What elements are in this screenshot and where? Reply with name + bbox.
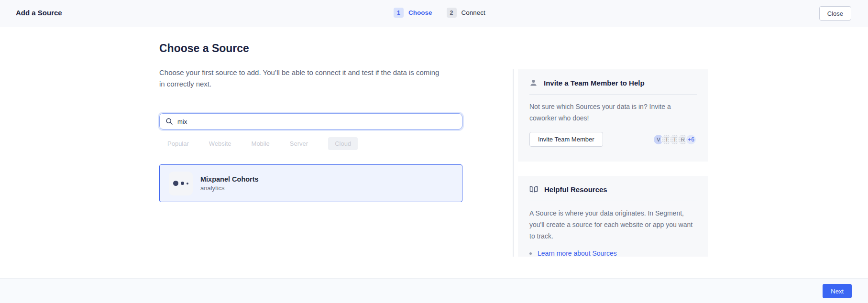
step-number-badge: 2 <box>447 8 457 18</box>
top-bar: Add a Source 1 Choose 2 Connect Close <box>0 0 868 27</box>
person-icon <box>529 79 538 87</box>
step-choose[interactable]: 1 Choose <box>394 8 432 18</box>
learn-more-sources-link[interactable]: Learn more about Sources <box>538 249 617 257</box>
step-connect[interactable]: 2 Connect <box>447 8 485 18</box>
resources-card-title: Helpful Resources <box>544 185 607 194</box>
step-label: Connect <box>461 9 485 16</box>
category-tabs: Popular Website Mobile Server Cloud <box>167 137 358 150</box>
page-title: Add a Source <box>16 9 62 17</box>
search-input[interactable] <box>177 118 456 125</box>
source-result-mixpanel-cohorts[interactable]: Mixpanel Cohorts analytics <box>159 164 462 202</box>
tab-website[interactable]: Website <box>209 140 231 147</box>
source-category: analytics <box>200 184 259 192</box>
avatar-overflow-count: +6 <box>685 134 697 145</box>
mixpanel-logo-icon <box>169 172 193 195</box>
tab-popular[interactable]: Popular <box>167 140 189 147</box>
sidebar-divider <box>513 69 514 257</box>
invite-card-body: Not sure which Sources your data is in? … <box>529 101 697 124</box>
tab-mobile[interactable]: Mobile <box>252 140 270 147</box>
divider <box>529 201 697 201</box>
invite-team-member-button[interactable]: Invite Team Member <box>529 132 603 147</box>
invite-team-member-card: Invite a Team Member to Help Not sure wh… <box>518 69 708 162</box>
source-name: Mixpanel Cohorts <box>200 175 259 183</box>
open-book-icon <box>529 185 538 193</box>
next-button[interactable]: Next <box>823 284 852 298</box>
stepper: 1 Choose 2 Connect <box>394 8 485 18</box>
helpful-resources-card: Helpful Resources A Source is where your… <box>518 176 708 257</box>
page-heading: Choose a Source <box>159 42 249 55</box>
bottom-action-bar: Next <box>0 278 868 303</box>
tab-cloud[interactable]: Cloud <box>328 137 358 150</box>
source-search[interactable] <box>159 113 462 130</box>
invite-card-title: Invite a Team Member to Help <box>544 79 645 87</box>
divider <box>529 94 697 95</box>
search-icon <box>165 118 173 125</box>
resources-card-body: A Source is where your data originates. … <box>529 207 697 242</box>
step-label: Choose <box>408 9 432 16</box>
page-description: Choose your first source to add. You’ll … <box>159 67 446 90</box>
tab-server[interactable]: Server <box>290 140 308 147</box>
team-avatar-stack: V T T R +6 <box>653 134 697 145</box>
source-info: Mixpanel Cohorts analytics <box>200 175 259 192</box>
close-button[interactable]: Close <box>819 6 851 21</box>
step-number-badge: 1 <box>394 8 404 18</box>
bullet-icon <box>529 252 532 255</box>
resource-list-item: Learn more about Sources <box>529 249 697 257</box>
